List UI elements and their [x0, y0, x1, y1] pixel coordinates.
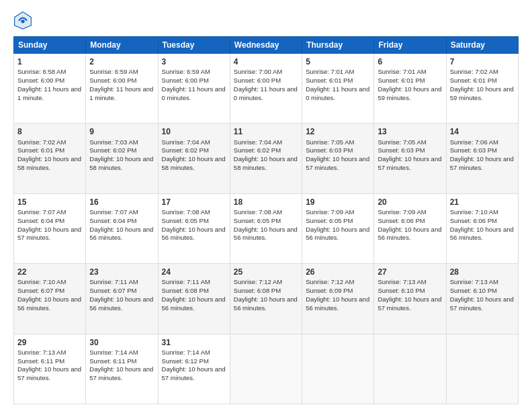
daylight-text: Daylight: 10 hours and 56 minutes. — [306, 226, 369, 242]
daylight-text: Daylight: 10 hours and 56 minutes. — [89, 226, 153, 242]
day-number: 12 — [306, 126, 370, 137]
sunset-text: Sunset: 6:11 PM — [89, 357, 136, 365]
sunset-text: Sunset: 6:09 PM — [306, 287, 353, 294]
sunset-text: Sunset: 6:04 PM — [17, 217, 64, 224]
calendar-cell: 12Sunrise: 7:05 AMSunset: 6:03 PMDayligh… — [302, 124, 374, 193]
daylight-text: Daylight: 10 hours and 56 minutes. — [234, 295, 298, 312]
sunset-text: Sunset: 6:07 PM — [17, 287, 64, 294]
sunset-text: Sunset: 6:05 PM — [234, 217, 281, 224]
sunrise-text: Sunrise: 7:04 AM — [162, 138, 210, 146]
sunrise-text: Sunrise: 7:02 AM — [17, 138, 66, 146]
day-number: 22 — [17, 267, 82, 277]
sunrise-text: Sunrise: 7:08 AM — [162, 208, 210, 216]
day-number: 24 — [162, 267, 226, 277]
sunset-text: Sunset: 6:03 PM — [450, 146, 497, 154]
calendar-cell: 28Sunrise: 7:13 AMSunset: 6:10 PMDayligh… — [446, 264, 518, 334]
sunrise-text: Sunrise: 7:00 AM — [234, 68, 282, 75]
sunset-text: Sunset: 6:02 PM — [234, 146, 281, 154]
day-number: 21 — [450, 197, 515, 208]
calendar-cell — [230, 334, 302, 404]
daylight-text: Daylight: 10 hours and 57 minutes. — [17, 365, 81, 381]
sunset-text: Sunset: 6:03 PM — [378, 146, 425, 154]
sunset-text: Sunset: 6:03 PM — [306, 146, 353, 154]
day-number: 17 — [162, 197, 226, 208]
calendar-table: SundayMondayTuesdayWednesdayThursdayFrid… — [13, 36, 519, 404]
daylight-text: Daylight: 10 hours and 57 minutes. — [89, 365, 153, 381]
sunset-text: Sunset: 6:02 PM — [162, 146, 209, 154]
daylight-text: Daylight: 10 hours and 56 minutes. — [378, 226, 441, 242]
sunrise-text: Sunrise: 7:13 AM — [17, 349, 66, 356]
sunrise-text: Sunrise: 7:09 AM — [306, 208, 354, 216]
calendar-cell: 22Sunrise: 7:10 AMSunset: 6:07 PMDayligh… — [14, 264, 86, 334]
day-of-week-header: Thursday — [302, 37, 374, 54]
calendar-cell: 31Sunrise: 7:14 AMSunset: 6:12 PMDayligh… — [158, 334, 230, 404]
day-number: 7 — [450, 56, 515, 67]
sunrise-text: Sunrise: 7:02 AM — [450, 68, 498, 75]
daylight-text: Daylight: 11 hours and 1 minute. — [89, 85, 153, 101]
calendar-cell: 5Sunrise: 7:01 AMSunset: 6:01 PMDaylight… — [302, 54, 374, 124]
daylight-text: Daylight: 10 hours and 58 minutes. — [89, 155, 153, 171]
calendar-cell: 27Sunrise: 7:13 AMSunset: 6:10 PMDayligh… — [374, 264, 446, 334]
day-number: 2 — [89, 56, 154, 67]
sunrise-text: Sunrise: 7:09 AM — [378, 208, 426, 216]
day-number: 27 — [378, 267, 442, 277]
sunset-text: Sunset: 6:05 PM — [162, 217, 209, 224]
sunset-text: Sunset: 6:06 PM — [450, 217, 497, 224]
sunset-text: Sunset: 6:04 PM — [89, 217, 136, 224]
day-of-week-header: Tuesday — [158, 37, 230, 54]
daylight-text: Daylight: 10 hours and 56 minutes. — [17, 295, 81, 312]
day-number: 28 — [450, 267, 515, 277]
sunrise-text: Sunrise: 7:10 AM — [450, 208, 498, 216]
calendar-cell: 13Sunrise: 7:05 AMSunset: 6:03 PMDayligh… — [374, 124, 446, 193]
calendar-cell: 16Sunrise: 7:07 AMSunset: 6:04 PMDayligh… — [86, 193, 158, 263]
day-number: 20 — [378, 197, 442, 208]
day-of-week-header: Wednesday — [230, 37, 302, 54]
day-number: 29 — [17, 337, 82, 348]
day-number: 4 — [234, 56, 298, 67]
sunrise-text: Sunrise: 7:07 AM — [17, 208, 66, 216]
calendar-cell: 8Sunrise: 7:02 AMSunset: 6:01 PMDaylight… — [14, 124, 86, 193]
header — [13, 11, 519, 30]
day-number: 11 — [234, 126, 298, 137]
day-number: 18 — [234, 197, 298, 208]
daylight-text: Daylight: 11 hours and 0 minutes. — [162, 85, 226, 101]
sunset-text: Sunset: 6:08 PM — [234, 287, 281, 294]
day-of-week-header: Friday — [374, 37, 446, 54]
calendar-cell: 1Sunrise: 6:58 AMSunset: 6:00 PMDaylight… — [14, 54, 86, 124]
calendar-cell: 2Sunrise: 6:59 AMSunset: 6:00 PMDaylight… — [86, 54, 158, 124]
sunset-text: Sunset: 6:10 PM — [378, 287, 425, 294]
sunrise-text: Sunrise: 7:03 AM — [89, 138, 138, 146]
sunrise-text: Sunrise: 7:07 AM — [89, 208, 138, 216]
daylight-text: Daylight: 10 hours and 56 minutes. — [234, 226, 298, 242]
daylight-text: Daylight: 10 hours and 58 minutes. — [162, 155, 226, 171]
sunset-text: Sunset: 6:01 PM — [450, 77, 497, 84]
page: SundayMondayTuesdayWednesdayThursdayFrid… — [0, 0, 532, 411]
sunrise-text: Sunrise: 7:04 AM — [234, 138, 282, 146]
sunrise-text: Sunrise: 7:13 AM — [450, 278, 498, 285]
sunrise-text: Sunrise: 7:06 AM — [450, 138, 498, 146]
calendar-cell: 25Sunrise: 7:12 AMSunset: 6:08 PMDayligh… — [230, 264, 302, 334]
day-number: 14 — [450, 126, 515, 137]
day-number: 19 — [306, 197, 370, 208]
daylight-text: Daylight: 10 hours and 57 minutes. — [17, 226, 81, 242]
sunset-text: Sunset: 6:01 PM — [378, 77, 425, 84]
day-number: 25 — [234, 267, 298, 277]
daylight-text: Daylight: 10 hours and 56 minutes. — [306, 295, 369, 312]
day-number: 3 — [162, 56, 226, 67]
calendar-cell: 15Sunrise: 7:07 AMSunset: 6:04 PMDayligh… — [14, 193, 86, 263]
sunset-text: Sunset: 6:02 PM — [89, 146, 136, 154]
daylight-text: Daylight: 10 hours and 56 minutes. — [89, 295, 153, 312]
day-number: 10 — [162, 126, 226, 137]
sunset-text: Sunset: 6:00 PM — [162, 77, 209, 84]
day-of-week-header: Saturday — [446, 37, 518, 54]
sunrise-text: Sunrise: 7:12 AM — [306, 278, 354, 285]
sunset-text: Sunset: 6:01 PM — [17, 146, 64, 154]
sunrise-text: Sunrise: 7:11 AM — [89, 278, 138, 285]
daylight-text: Daylight: 10 hours and 57 minutes. — [378, 155, 441, 171]
logo — [13, 11, 35, 30]
sunrise-text: Sunrise: 7:13 AM — [378, 278, 426, 285]
calendar-cell: 23Sunrise: 7:11 AMSunset: 6:07 PMDayligh… — [86, 264, 158, 334]
day-number: 26 — [306, 267, 370, 277]
day-number: 16 — [89, 197, 154, 208]
calendar-cell: 17Sunrise: 7:08 AMSunset: 6:05 PMDayligh… — [158, 193, 230, 263]
